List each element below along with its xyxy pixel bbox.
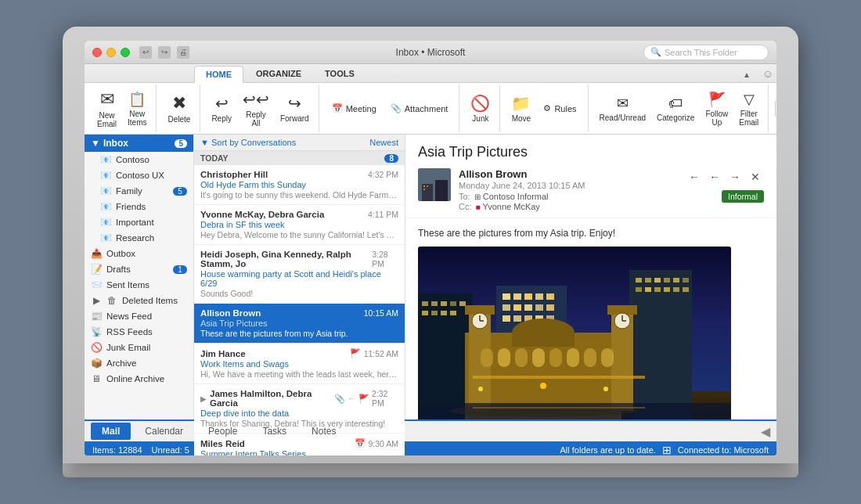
email-time: 2:32 PM [372, 389, 398, 408]
tab-notes[interactable]: Notes [301, 423, 347, 440]
sender-to: To: ⊞ Contoso Informal [459, 192, 678, 201]
search-folder[interactable]: 🔍 Search This Folder [643, 45, 769, 60]
sidebar-item-newsfeed[interactable]: 📰 News Feed [85, 308, 193, 324]
svg-rect-29 [441, 311, 447, 315]
tab-mail[interactable]: Mail [91, 423, 131, 440]
attachment-icon: 📎 [391, 103, 402, 113]
folder-label: Junk Email [106, 343, 150, 352]
maximize-button[interactable] [121, 48, 130, 57]
reply-all-button[interactable]: ↩↩ ReplyAll [238, 87, 274, 131]
pane-collapse-button[interactable]: ◀ [761, 424, 770, 439]
sidebar-item-research[interactable]: 📧 Research [85, 230, 193, 246]
ribbon-collapse-button[interactable]: ▲ [739, 67, 755, 82]
email-item-christopher[interactable]: Christopher Hill 4:32 PM Old Hyde Farm t… [194, 165, 405, 205]
tab-people[interactable]: People [197, 423, 248, 440]
sidebar-item-deleted[interactable]: ▶ 🗑 Deleted Items [85, 293, 193, 308]
filter-email-button[interactable]: ▽ FilterEmail [734, 87, 763, 131]
sidebar-item-online-archive[interactable]: 🖥 Online Archive [85, 371, 193, 387]
forward-button[interactable]: ↪ Forward [276, 87, 314, 131]
forward-icon: ↪ [288, 94, 301, 113]
new-group: ✉ NewEmail 📋 NewItems [88, 85, 157, 132]
tab-tasks[interactable]: Tasks [251, 423, 297, 440]
sender-name: James Halmilton, Debra Garcia [210, 389, 334, 408]
tab-home[interactable]: HOME [194, 66, 243, 83]
minimize-button[interactable] [106, 48, 116, 57]
email-item-heidi[interactable]: Heidi Joseph, Gina Kennedy, Ralph Stamm,… [194, 245, 405, 304]
sidebar-item-junk[interactable]: 🚫 Junk Email [85, 340, 193, 355]
categorize-label: Categorize [657, 113, 694, 122]
svg-rect-68 [473, 376, 645, 379]
forward-label: Forward [280, 114, 309, 123]
move-button[interactable]: 📁 Move [506, 87, 535, 131]
delete-icon: ✖ [172, 93, 186, 113]
sidebar-item-important[interactable]: 📧 Important [85, 214, 193, 230]
forward-icon[interactable]: ↪ [158, 46, 171, 59]
new-items-button[interactable]: 📋 NewItems [123, 87, 151, 131]
print-icon[interactable]: 🖨 [177, 46, 189, 59]
cc-label: Cc: [459, 202, 474, 211]
new-email-button[interactable]: ✉ NewEmail [92, 87, 121, 131]
delete-button[interactable]: ✖ Delete [163, 87, 195, 131]
read-unread-button[interactable]: ✉ Read/Unread [595, 87, 650, 131]
email-item-jim[interactable]: Jim Hance 🚩 11:52 AM Work Items and Swag… [194, 344, 405, 384]
sidebar-item-rss[interactable]: 📡 RSS Feeds [85, 324, 193, 340]
email-item-allison[interactable]: Allison Brown 10:15 AM Asia Trip Picture… [194, 304, 405, 344]
sidebar-item-contoso[interactable]: 📧 Contoso [85, 152, 193, 167]
inbox-header[interactable]: ▼ Inbox 5 [85, 135, 193, 152]
svg-rect-12 [664, 278, 670, 283]
tab-organize[interactable]: ORGANIZE [245, 65, 312, 82]
read-unread-label: Read/Unread [600, 113, 646, 122]
smiley-icon[interactable]: ☺ [759, 65, 776, 82]
sent-icon: 📨 [91, 279, 102, 290]
email-subject: Asia Trip Pictures [200, 319, 398, 328]
reply-button[interactable]: ↩ Reply [207, 87, 236, 131]
sidebar-item-drafts[interactable]: 📝 Drafts 1 [85, 261, 193, 277]
inbox-label: Inbox [103, 138, 175, 149]
close-email-button[interactable]: ✕ [747, 168, 764, 185]
sort-label[interactable]: ▼ Sort by Conversations [200, 138, 296, 147]
sidebar-item-contoso-ux[interactable]: 📧 Contoso UX [85, 167, 193, 183]
laptop-base [63, 463, 798, 477]
new-email-icon: ✉ [100, 89, 114, 110]
to-label: To: [459, 192, 473, 201]
sidebar-item-archive[interactable]: 📦 Archive [85, 355, 193, 371]
back-icon[interactable]: ↩ [139, 46, 152, 59]
tab-tools[interactable]: TOOLS [314, 65, 366, 82]
sender-info: Allison Brown Monday June 24, 2013 10:15… [459, 168, 678, 211]
svg-rect-63 [532, 348, 545, 367]
svg-rect-26 [459, 301, 466, 306]
email-subject: Debra in SF this week [200, 220, 398, 229]
svg-rect-2 [435, 180, 448, 201]
categorize-button[interactable]: 🏷 Categorize [652, 87, 699, 131]
sidebar-item-friends[interactable]: 📧 Friends [85, 199, 193, 214]
sidebar-item-outbox[interactable]: 📤 Outbox [85, 246, 193, 261]
reading-pane-body: These are the pictures from my Asia trip… [405, 218, 776, 419]
folder-icon: 📧 [100, 232, 111, 243]
folder-label: Family [116, 186, 142, 196]
new-email-label: NewEmail [97, 111, 117, 128]
svg-rect-23 [431, 301, 438, 306]
email-item-yvonne[interactable]: Yvonne McKay, Debra Garcia 4:11 PM Debra… [194, 205, 405, 245]
order-label[interactable]: Newest [369, 138, 398, 147]
svg-rect-66 [584, 348, 596, 367]
junk-button[interactable]: 🚫 Junk [466, 87, 495, 131]
prev-button[interactable]: ← [686, 168, 703, 185]
close-button[interactable] [92, 48, 102, 57]
sender-name: Miles Reid [200, 439, 245, 448]
status-bar: Items: 12884 Unread: 5 All folders are u… [85, 441, 776, 455]
attachment-button[interactable]: 📎 Attachment [384, 99, 455, 118]
meeting-button[interactable]: 📅 Meeting [326, 99, 383, 118]
find-contact-input[interactable] [775, 100, 776, 117]
email-preview: It's going to be sunny this weekend. Old… [200, 190, 398, 200]
svg-rect-15 [636, 287, 642, 292]
email-time: 4:32 PM [368, 170, 398, 179]
svg-rect-14 [683, 278, 689, 283]
tab-calendar[interactable]: Calendar [134, 423, 194, 440]
rules-icon: ⚙ [543, 103, 551, 113]
rules-button[interactable]: ⚙ Rules [537, 99, 582, 118]
prev-unread-button[interactable]: ← [706, 168, 723, 185]
follow-up-button[interactable]: 🚩 FollowUp [701, 87, 733, 131]
sidebar-item-sent[interactable]: 📨 Sent Items [85, 277, 193, 293]
sidebar-item-family[interactable]: 📧 Family 5 [85, 183, 193, 199]
next-button[interactable]: → [726, 168, 744, 185]
